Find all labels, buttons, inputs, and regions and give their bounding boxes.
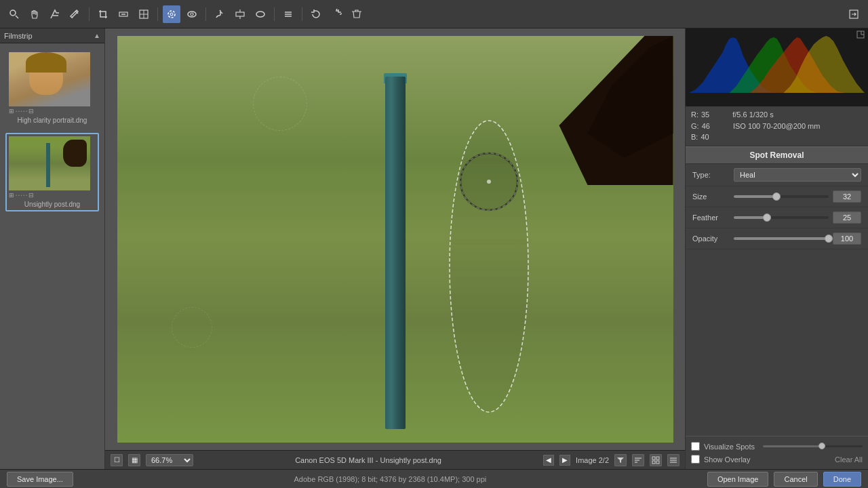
cancel-button[interactable]: Cancel <box>774 472 817 487</box>
filmstrip-panel: Filmstrip ▲ ⊞ • • • • • <box>0 28 105 469</box>
visualize-spots-checkbox[interactable] <box>691 442 700 451</box>
nav-prev-btn[interactable]: ◀ <box>543 455 554 466</box>
separator-2 <box>157 7 158 21</box>
svg-rect-29 <box>652 461 655 464</box>
main-toolbar <box>0 0 868 28</box>
svg-point-0 <box>10 10 16 16</box>
show-overlay-label[interactable]: Show Overlay <box>704 455 750 464</box>
thumb-item-elk[interactable]: ⊞ • • • • • ⊟ Unsightly post.dng <box>5 133 99 211</box>
separator-3 <box>205 7 206 21</box>
type-row: Type: Heal Clone <box>686 164 868 186</box>
done-button[interactable]: Done <box>823 472 861 487</box>
gradient-tool[interactable] <box>231 5 249 23</box>
b-label: B: <box>691 131 698 143</box>
view-single-btn[interactable]: ☐ <box>111 454 123 466</box>
clear-all-button[interactable]: Clear All <box>835 455 863 464</box>
histogram-chart <box>689 32 865 93</box>
transform-tool[interactable] <box>135 5 153 23</box>
nav-next-btn[interactable]: ▶ <box>559 455 570 466</box>
feather-slider-thumb[interactable] <box>763 214 771 222</box>
file-info: Adobe RGB (1998); 8 bit; 4376 by 2368 (1… <box>79 475 702 483</box>
type-select[interactable]: Heal Clone <box>734 168 861 182</box>
rotate-left-btn[interactable] <box>307 5 325 23</box>
view-compare-btn[interactable]: ▦ <box>128 454 140 466</box>
feather-value-input[interactable] <box>833 211 861 224</box>
list-tool[interactable] <box>279 5 297 23</box>
feather-slider-track <box>734 216 829 219</box>
radial-tool[interactable] <box>252 5 269 23</box>
canvas-area: ☐ ▦ 66.7% Canon EOS 5D Mark III - Unsigh… <box>105 28 685 469</box>
zoom-select[interactable]: 66.7% <box>146 454 193 466</box>
sort-btn[interactable] <box>632 454 644 466</box>
size-slider-thumb[interactable] <box>772 192 781 201</box>
filter-btn[interactable] <box>614 454 627 466</box>
histogram-area <box>686 28 868 106</box>
rgb-readout: R: 35 f/5.6 1/320 s G: 46 ISO 100 70-200… <box>686 106 868 146</box>
color-sampler-tool[interactable] <box>66 5 84 23</box>
thumb-item-portrait[interactable]: ⊞ • • • • • ⊟ High clarity portrait.dng <box>5 49 99 127</box>
size-label: Size <box>692 192 730 201</box>
r-label: R: <box>691 109 698 121</box>
show-overlay-row: Show Overlay Clear All <box>691 455 863 464</box>
spot-removal-title: Spot Removal <box>686 146 868 164</box>
rotate-right-btn[interactable] <box>328 5 345 23</box>
iso-lens: ISO 100 70-200@200 mm <box>733 121 821 132</box>
grid-btn[interactable] <box>650 454 662 466</box>
open-image-button[interactable]: Open Image <box>707 472 769 487</box>
g-label: G: <box>691 121 699 132</box>
watermark-overlay <box>253 77 307 131</box>
opacity-slider-fill <box>734 237 829 240</box>
zoom-tool[interactable] <box>5 5 23 23</box>
list-view-btn[interactable] <box>667 454 679 466</box>
separator-5 <box>302 7 302 21</box>
histogram-expand-icon[interactable] <box>856 30 865 41</box>
spot-removal-tool[interactable] <box>163 5 180 23</box>
photo-canvas[interactable] <box>117 36 673 443</box>
opacity-label: Opacity <box>692 235 730 243</box>
svg-point-11 <box>191 13 193 16</box>
canvas-viewport[interactable] <box>105 28 685 450</box>
size-slider-track <box>734 195 829 198</box>
thumb-icons-portrait: ⊞ • • • • • ⊟ <box>9 108 96 115</box>
svg-point-9 <box>170 13 173 16</box>
thumb-image-elk <box>9 136 90 190</box>
svg-line-1 <box>16 16 18 18</box>
size-slider-container[interactable] <box>734 192 829 201</box>
size-value-input[interactable] <box>833 190 861 203</box>
separator-1 <box>89 7 90 21</box>
svg-rect-27 <box>652 457 655 460</box>
b-value: 40 <box>701 131 709 143</box>
export-btn[interactable] <box>845 5 863 23</box>
status-bar: ☐ ▦ 66.7% Canon EOS 5D Mark III - Unsigh… <box>105 450 685 469</box>
opacity-slider-thumb[interactable] <box>825 235 833 243</box>
opacity-slider-container[interactable] <box>734 234 829 243</box>
filmstrip-header: Filmstrip ▲ <box>0 28 104 43</box>
opacity-row: Opacity <box>686 228 868 249</box>
hand-tool[interactable] <box>26 5 43 23</box>
spot-removal-panel: Spot Removal Type: Heal Clone Size <box>686 146 868 249</box>
svg-point-15 <box>256 12 264 17</box>
opacity-value-input[interactable] <box>833 232 861 245</box>
filmstrip-collapse-btn[interactable]: ▲ <box>94 32 100 39</box>
save-image-button[interactable]: Save Image... <box>7 472 73 487</box>
svg-point-2 <box>72 16 73 18</box>
visualize-spots-slider[interactable] <box>763 445 863 447</box>
g-value: 46 <box>702 121 710 132</box>
show-overlay-checkbox[interactable] <box>691 455 700 464</box>
thumb-label-portrait: High clarity portrait.dng <box>9 117 96 124</box>
crop-tool[interactable] <box>94 5 112 23</box>
feather-slider-container[interactable] <box>734 213 829 222</box>
straighten-tool[interactable] <box>115 5 132 23</box>
feather-row: Feather <box>686 207 868 228</box>
visualize-spots-label[interactable]: Visualize Spots <box>704 443 755 451</box>
delete-btn[interactable] <box>348 5 366 23</box>
panel-spacer <box>686 249 868 436</box>
brush-tool[interactable] <box>211 5 229 23</box>
white-balance-tool[interactable] <box>46 5 64 23</box>
thumb-icons-elk: ⊞ • • • • • ⊟ <box>9 192 96 199</box>
svg-rect-30 <box>656 461 659 464</box>
type-label: Type: <box>692 171 730 179</box>
fence-post <box>385 77 406 429</box>
redeye-tool[interactable] <box>183 5 201 23</box>
thumb-label-elk: Unsightly post.dng <box>9 201 96 208</box>
